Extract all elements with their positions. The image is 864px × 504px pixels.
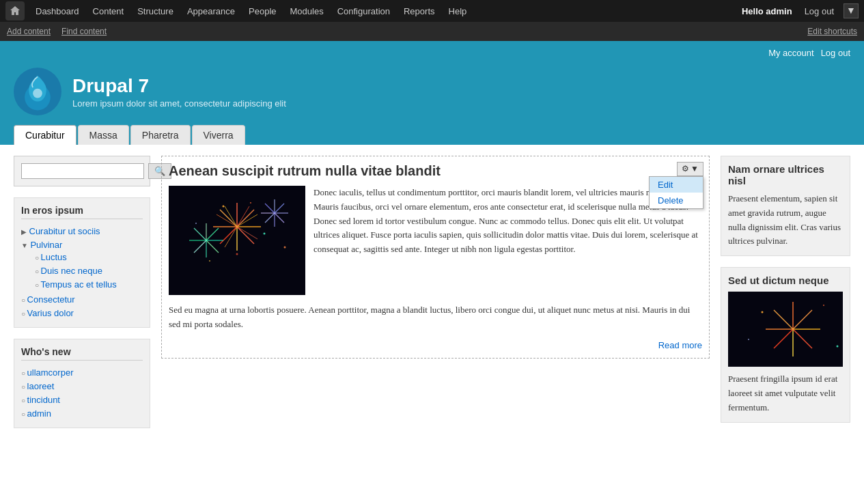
edit-button[interactable]: Edit <box>650 177 703 193</box>
gear-dropdown: Edit Delete <box>649 176 703 209</box>
svg-point-51 <box>837 346 839 348</box>
whos-new-link-tincidunt[interactable]: tincidunt <box>27 395 60 405</box>
nav-configuration[interactable]: Configuration <box>331 0 397 22</box>
sidebar-nav-item-consectetur: Consectetur <box>21 293 143 307</box>
whos-new-link-ullamcorper[interactable]: ullamcorper <box>27 367 74 378</box>
nav-help[interactable]: Help <box>442 0 474 22</box>
sidebar-link-consectetur[interactable]: Consectetur <box>27 294 75 305</box>
svg-point-34 <box>250 202 251 204</box>
gear-icon: ⚙ <box>682 164 689 174</box>
nav-tab-massa[interactable]: Massa <box>78 125 129 145</box>
nav-reports[interactable]: Reports <box>397 0 442 22</box>
sidebar-nav-item: Curabitur ut sociis <box>21 225 143 238</box>
nav-tab-viverra[interactable]: Viverra <box>192 125 245 145</box>
admin-greeting: Hello admin <box>736 6 798 16</box>
nav-appearance[interactable]: Appearance <box>180 0 242 22</box>
my-account-link[interactable]: My account <box>768 48 813 58</box>
arrow-down-icon <box>21 240 28 250</box>
left-sidebar: 🔍 In eros ipsum Curabitur ut sociis Pulv… <box>14 156 150 434</box>
right-block-1-text: Praesent elementum, sapien sit amet grav… <box>728 192 843 249</box>
search-input[interactable] <box>21 163 144 179</box>
whos-new-item: tincidunt <box>21 393 143 407</box>
whos-new-list: ullamcorper laoreet tincidunt admin <box>21 366 143 421</box>
home-icon[interactable] <box>5 1 25 20</box>
article-gear: ⚙ ▼ Edit Delete <box>677 162 703 176</box>
svg-point-39 <box>236 253 238 255</box>
article-text: Donec iaculis, tellus ut condimentum por… <box>313 186 702 295</box>
site-branding-text: Drupal 7 Lorem ipsum dolor sit amet, con… <box>72 75 286 109</box>
article-body: Donec iaculis, tellus ut condimentum por… <box>169 186 702 295</box>
sidebar-nav-item-pulvinar: Pulvinar Luctus Duis nec neque Tempus ac… <box>21 238 143 293</box>
delete-button[interactable]: Delete <box>650 193 703 208</box>
right-block-2-text: Praesent fringilla ipsum id erat laoreet… <box>728 372 843 415</box>
site-name: Drupal 7 <box>72 75 286 97</box>
gear-dropdown-arrow: ▼ <box>691 164 699 174</box>
svg-point-37 <box>284 247 286 249</box>
site-logo[interactable] <box>14 68 61 115</box>
whos-new-title: Who's new <box>21 346 143 361</box>
article-image <box>169 186 305 295</box>
sidebar-link-luctus[interactable]: Luctus <box>41 252 67 262</box>
nav-content[interactable]: Content <box>86 0 131 22</box>
read-more: Read more <box>169 340 702 351</box>
site-header-links: My account Log out <box>768 48 850 58</box>
search-box: 🔍 <box>14 156 150 186</box>
find-content-shortcut[interactable]: Find content <box>61 27 107 36</box>
nav-people[interactable]: People <box>242 0 283 22</box>
whos-new-item: ullamcorper <box>21 366 143 380</box>
site-branding: Drupal 7 Lorem ipsum dolor sit amet, con… <box>14 61 850 122</box>
nav-tab-curabitur[interactable]: Curabitur <box>14 125 76 145</box>
admin-dropdown-arrow[interactable]: ▼ <box>844 3 859 18</box>
whos-new-link-admin[interactable]: admin <box>27 408 51 419</box>
admin-right: Hello admin Log out ▼ <box>736 0 859 22</box>
sidebar-link-pulvinar[interactable]: Pulvinar <box>30 240 62 250</box>
svg-point-50 <box>823 305 824 306</box>
svg-point-33 <box>223 206 225 208</box>
site-slogan: Lorem ipsum dolor sit amet, consectetur … <box>72 98 286 109</box>
right-block-2-title: Sed ut dictum neque <box>728 275 843 286</box>
sidebar-nav-block: In eros ipsum Curabitur ut sociis Pulvin… <box>14 197 150 328</box>
right-sidebar: Nam ornare ultrices nisl Praesent elemen… <box>721 156 850 434</box>
nav-tab-pharetra[interactable]: Pharetra <box>130 125 191 145</box>
site-header-top: My account Log out <box>14 48 850 61</box>
svg-point-49 <box>762 311 764 313</box>
article-card: ⚙ ▼ Edit Delete Aenean suscipit rutrum n… <box>161 156 710 359</box>
right-block-2: Sed ut dictum neque <box>721 267 850 422</box>
right-image <box>728 292 843 367</box>
nav-structure[interactable]: Structure <box>130 0 180 22</box>
article-extra: Sed eu magna at urna lobortis posuere. A… <box>169 303 702 332</box>
admin-toolbar: Dashboard Content Structure Appearance P… <box>0 0 864 22</box>
logout-link[interactable]: Log out <box>821 48 850 58</box>
nav-dashboard[interactable]: Dashboard <box>29 0 86 22</box>
nav-block-title: In eros ipsum <box>21 205 143 219</box>
svg-point-38 <box>209 260 210 262</box>
gear-button[interactable]: ⚙ ▼ <box>677 162 703 176</box>
article-title: Aenean suscipit rutrum nulla vitae bland… <box>169 163 702 179</box>
whos-new-item: admin <box>21 407 143 421</box>
sidebar-link-duis[interactable]: Duis nec neque <box>41 266 102 276</box>
sidebar-link-curabitur[interactable]: Curabitur ut sociis <box>29 226 100 236</box>
sidebar-link-varius[interactable]: Varius dolor <box>27 308 74 318</box>
site-header: My account Log out Drupal 7 Lorem ipsum … <box>0 41 864 145</box>
right-block-1-title: Nam ornare ultrices nisl <box>728 163 843 186</box>
read-more-link[interactable]: Read more <box>658 340 702 350</box>
svg-point-35 <box>264 233 266 235</box>
main-content: 🔍 In eros ipsum Curabitur ut sociis Pulv… <box>0 145 864 445</box>
sidebar-nav-list: Curabitur ut sociis Pulvinar Luctus Duis… <box>21 225 143 320</box>
nav-modules[interactable]: Modules <box>283 0 331 22</box>
sidebar-link-tempus[interactable]: Tempus ac et tellus <box>41 279 117 290</box>
edit-shortcuts-link[interactable]: Edit shortcuts <box>807 27 857 36</box>
sidebar-nav-item-varius: Varius dolor <box>21 307 143 320</box>
sub-list-pulvinar: Luctus Duis nec neque Tempus ac et tellu… <box>35 251 143 292</box>
center-content: ⚙ ▼ Edit Delete Aenean suscipit rutrum n… <box>161 156 710 434</box>
sub-list-item: Duis nec neque <box>35 264 143 278</box>
shortcuts-bar: Add content Find content Edit shortcuts <box>0 22 864 41</box>
sub-list-item: Tempus ac et tellus <box>35 278 143 292</box>
sub-list-item: Luctus <box>35 251 143 264</box>
admin-logout[interactable]: Log out <box>798 0 841 22</box>
whos-new-link-laoreet[interactable]: laoreet <box>27 381 55 391</box>
whos-new-item: laoreet <box>21 380 143 393</box>
arrow-right-icon <box>21 226 27 236</box>
svg-point-52 <box>748 339 749 340</box>
add-content-shortcut[interactable]: Add content <box>7 27 51 36</box>
